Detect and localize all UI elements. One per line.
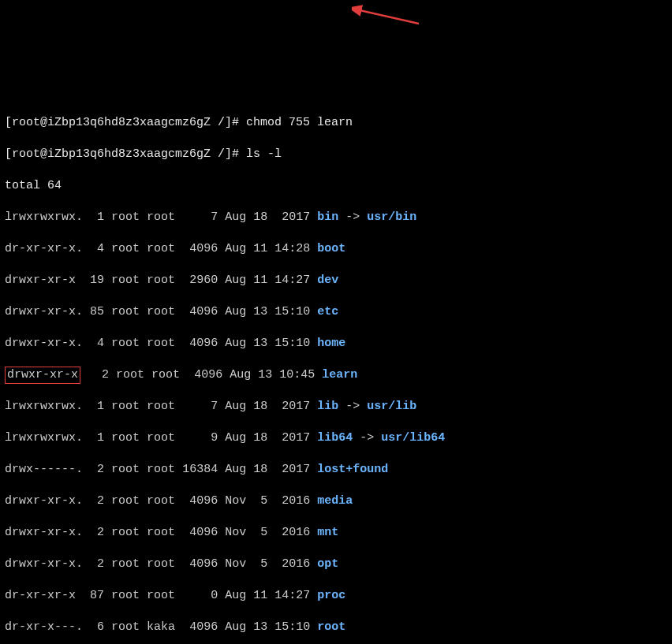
annotation-arrow-icon — [352, 4, 423, 28]
list-item: lrwxrwxrwx. 1 root root 7 Aug 18 2017 li… — [5, 399, 667, 415]
cmd-line[interactable]: [root@iZbp13q6hd8z3xaagcmz6gZ /]# chmod … — [5, 115, 667, 131]
list-item: lrwxrwxrwx. 1 root root 7 Aug 18 2017 bi… — [5, 210, 667, 225]
svg-line-0 — [360, 10, 419, 24]
cmd-line[interactable]: [root@iZbp13q6hd8z3xaagcmz6gZ /]# ls -l — [5, 147, 667, 162]
list-item: drwx------. 2 root root 16384 Aug 18 201… — [5, 462, 667, 478]
list-item: drwxr-xr-x 2 root root 4096 Aug 13 10:45… — [5, 367, 667, 383]
list-item: dr-xr-x---. 6 root kaka 4096 Aug 13 15:1… — [5, 620, 667, 635]
list-item: drwxr-xr-x. 85 root root 4096 Aug 13 15:… — [5, 304, 667, 320]
list-item: drwxr-xr-x. 2 root root 4096 Nov 5 2016 … — [5, 557, 667, 572]
highlight-box: drwxr-xr-x — [5, 367, 80, 384]
list-item: drwxr-xr-x. 2 root root 4096 Nov 5 2016 … — [5, 493, 667, 509]
terminal-output: [root@iZbp13q6hd8z3xaagcmz6gZ /]# chmod … — [5, 99, 667, 644]
list-item: drwxr-xr-x. 2 root root 4096 Nov 5 2016 … — [5, 525, 667, 541]
list-item: dr-xr-xr-x. 4 root root 4096 Aug 11 14:2… — [5, 241, 667, 257]
list-item: drwxr-xr-x 19 root root 2960 Aug 11 14:2… — [5, 273, 667, 288]
symlink-name: bin — [317, 210, 338, 224]
list-item: lrwxrwxrwx. 1 root root 9 Aug 18 2017 li… — [5, 430, 667, 446]
list-item: dr-xr-xr-x 87 root root 0 Aug 11 14:27 p… — [5, 588, 667, 604]
list-item: drwxr-xr-x. 4 root root 4096 Aug 13 15:1… — [5, 336, 667, 352]
total-line: total 64 — [5, 178, 667, 194]
